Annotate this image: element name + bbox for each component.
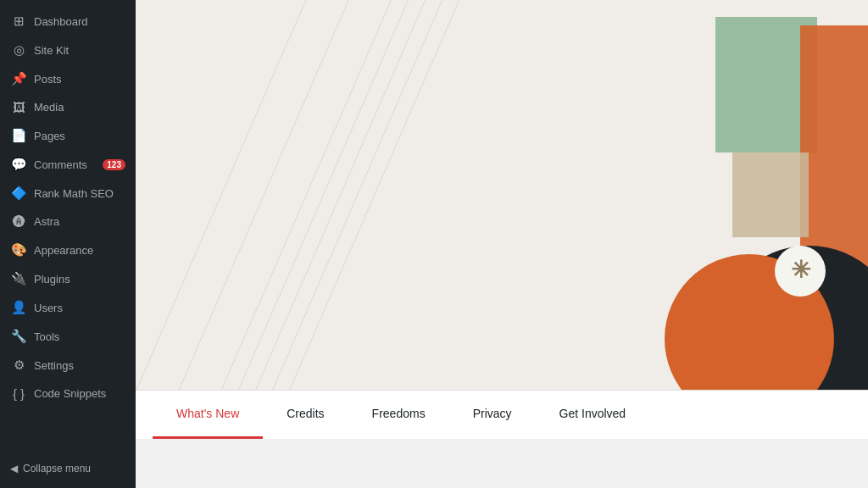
rank-math-seo-icon: 🔷 <box>10 186 27 201</box>
sidebar-item-rank-math-seo[interactable]: 🔷Rank Math SEO <box>0 179 136 208</box>
main-content: ✳ What's NewCreditsFreedomsPrivacyGet In… <box>136 0 868 488</box>
sidebar-item-code-snippets[interactable]: { }Code Snippets <box>0 380 136 408</box>
sidebar-item-posts[interactable]: 📌Posts <box>0 64 136 93</box>
sidebar-item-label-dashboard: Dashboard <box>34 15 125 28</box>
settings-icon: ⚙ <box>10 358 27 373</box>
badge-comments: 123 <box>103 159 125 170</box>
sidebar-item-settings[interactable]: ⚙Settings <box>0 351 136 380</box>
sidebar-item-site-kit[interactable]: ◎Site Kit <box>0 36 136 64</box>
sidebar-item-tools[interactable]: 🔧Tools <box>0 322 136 351</box>
svg-text:✳: ✳ <box>791 257 811 283</box>
sidebar-top-bar <box>0 0 136 7</box>
sidebar-item-label-site-kit: Site Kit <box>34 44 125 57</box>
tab-label-credits: Credits <box>287 407 324 420</box>
users-icon: 👤 <box>10 300 27 315</box>
svg-marker-8 <box>800 25 868 271</box>
hero-art: ✳ <box>648 0 868 390</box>
plugins-icon: 🔌 <box>10 271 27 286</box>
tab-label-freedoms: Freedoms <box>372 407 426 420</box>
sidebar-item-pages[interactable]: 📄Pages <box>0 121 136 150</box>
tab-privacy[interactable]: Privacy <box>449 391 536 439</box>
sidebar: ⊞Dashboard◎Site Kit📌Posts🖼Media📄Pages💬Co… <box>0 0 136 488</box>
sidebar-item-label-appearance: Appearance <box>34 244 125 257</box>
svg-line-2 <box>220 0 391 390</box>
tab-label-get-involved: Get Involved <box>559 407 626 420</box>
svg-rect-9 <box>732 152 809 237</box>
sidebar-item-label-settings: Settings <box>34 359 125 372</box>
tabs-bar: What's NewCreditsFreedomsPrivacyGet Invo… <box>136 390 868 439</box>
sidebar-item-label-tools: Tools <box>34 330 125 343</box>
sidebar-item-appearance[interactable]: 🎨Appearance <box>0 236 136 264</box>
tab-label-privacy: Privacy <box>473 407 512 420</box>
svg-line-5 <box>272 0 442 390</box>
svg-line-0 <box>136 0 306 390</box>
tab-get-involved[interactable]: Get Involved <box>536 391 650 439</box>
tab-label-whats-new: What's New <box>176 407 239 420</box>
collapse-label: Collapse menu <box>23 463 91 474</box>
appearance-icon: 🎨 <box>10 242 27 258</box>
sidebar-item-label-rank-math-seo: Rank Math SEO <box>34 187 125 200</box>
sidebar-item-users[interactable]: 👤Users <box>0 293 136 322</box>
collapse-icon: ◀ <box>10 463 18 474</box>
media-icon: 🖼 <box>10 100 27 114</box>
sidebar-item-label-code-snippets: Code Snippets <box>34 387 125 400</box>
sidebar-item-label-astra: Astra <box>34 215 125 228</box>
sidebar-item-label-media: Media <box>34 101 125 114</box>
astra-icon: 🅐 <box>10 214 27 229</box>
sidebar-item-label-comments: Comments <box>34 158 96 171</box>
tab-credits[interactable]: Credits <box>263 391 348 439</box>
tools-icon: 🔧 <box>10 329 27 344</box>
tab-freedoms[interactable]: Freedoms <box>348 391 449 439</box>
site-kit-icon: ◎ <box>10 42 27 58</box>
sidebar-item-label-users: Users <box>34 302 125 314</box>
sidebar-item-media[interactable]: 🖼Media <box>0 93 136 121</box>
sidebar-item-comments[interactable]: 💬Comments123 <box>0 150 136 179</box>
pages-icon: 📄 <box>10 128 27 143</box>
dashboard-icon: ⊞ <box>10 14 27 29</box>
code-snippets-icon: { } <box>10 386 27 401</box>
posts-icon: 📌 <box>10 71 27 86</box>
sidebar-item-label-posts: Posts <box>34 73 125 86</box>
sidebar-item-dashboard[interactable]: ⊞Dashboard <box>0 7 136 36</box>
sidebar-item-label-pages: Pages <box>34 130 125 142</box>
svg-line-6 <box>289 0 459 390</box>
sidebar-item-astra[interactable]: 🅐Astra <box>0 208 136 236</box>
comments-icon: 💬 <box>10 157 27 172</box>
collapse-menu-button[interactable]: ◀Collapse menu <box>0 454 136 488</box>
sidebar-item-label-plugins: Plugins <box>34 273 125 286</box>
tab-whats-new[interactable]: What's New <box>153 391 263 439</box>
hero-banner: ✳ <box>136 0 868 390</box>
sidebar-item-plugins[interactable]: 🔌Plugins <box>0 264 136 293</box>
